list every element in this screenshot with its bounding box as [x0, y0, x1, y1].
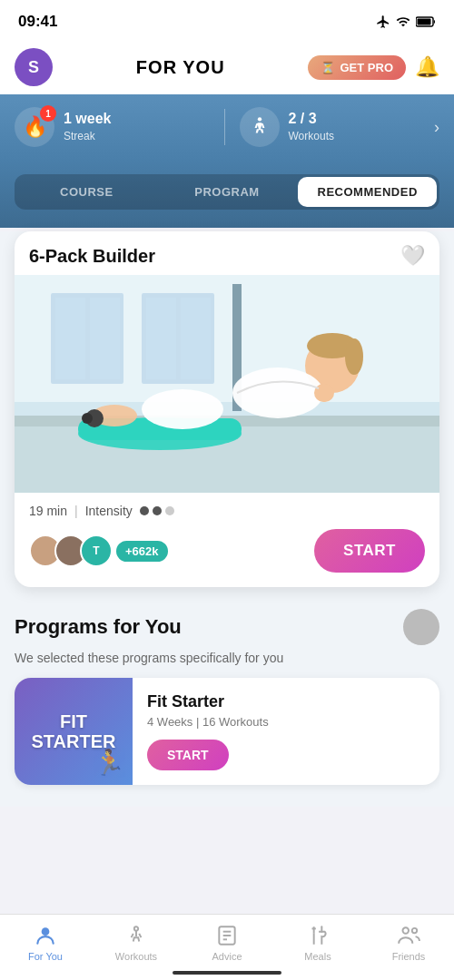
favorite-heart-icon[interactable]: 🤍	[400, 244, 425, 268]
intensity-dot-3	[165, 506, 174, 515]
filter-tabs: COURSE PROGRAM RECOMMENDED	[15, 174, 439, 210]
program-start-button[interactable]: START	[147, 740, 229, 770]
stat-divider	[224, 109, 225, 145]
program-thumb-text: FIT STARTER	[32, 711, 116, 751]
workout-meta: 19 min | Intensity	[15, 493, 439, 525]
home-indicator	[173, 971, 281, 975]
program-name: Fit Starter	[147, 692, 425, 711]
svg-rect-8	[55, 298, 85, 379]
avatar[interactable]: S	[15, 48, 53, 86]
workout-image	[15, 275, 439, 493]
header-title: FOR YOU	[136, 57, 225, 78]
card-header: 6-Pack Builder 🤍	[15, 231, 439, 275]
svg-point-16	[142, 389, 223, 429]
program-thumbnail: FIT STARTER 🏃	[15, 678, 133, 785]
status-time: 09:41	[18, 13, 57, 31]
intensity-dot-1	[140, 506, 149, 515]
header-actions: ⏳ GET PRO 🔔	[308, 55, 439, 80]
participant-count: +662k	[114, 539, 170, 564]
start-workout-button[interactable]: START	[314, 529, 425, 573]
workouts-nav-icon	[124, 924, 148, 947]
nav-item-meals[interactable]: Meals	[272, 924, 363, 962]
meta-divider: |	[74, 504, 78, 518]
friends-nav-icon	[397, 924, 420, 947]
streak-icon-wrap: 🔥 1	[15, 107, 54, 147]
scroll-indicator	[403, 609, 439, 645]
svg-point-2	[257, 117, 261, 121]
svg-point-19	[345, 338, 363, 375]
svg-point-22	[82, 413, 93, 424]
nav-label-for-you: For You	[28, 951, 63, 962]
svg-point-26	[134, 926, 138, 930]
tab-course[interactable]: COURSE	[17, 177, 156, 207]
nav-item-advice[interactable]: Advice	[182, 924, 272, 962]
workout-card: 6-Pack Builder 🤍	[15, 231, 439, 587]
runner-icon	[240, 107, 280, 147]
for-you-nav-icon	[34, 924, 57, 947]
tab-recommended[interactable]: RECOMMENDED	[298, 177, 437, 207]
nav-item-for-you[interactable]: For You	[0, 924, 91, 962]
app-header: S FOR YOU ⏳ GET PRO 🔔	[0, 40, 454, 94]
battery-icon	[416, 16, 436, 27]
airplane-icon	[376, 15, 390, 29]
intensity-label: Intensity	[85, 504, 133, 518]
nav-item-workouts[interactable]: Workouts	[91, 924, 182, 962]
svg-point-34	[403, 927, 410, 934]
duration-text: 19 min	[29, 504, 67, 518]
programs-subtitle: We selected these programs specifically …	[15, 651, 439, 665]
workout-title: 6-Pack Builder	[29, 246, 155, 267]
svg-point-35	[412, 928, 417, 933]
wifi-icon	[396, 15, 410, 29]
chevron-right-icon: ›	[434, 118, 439, 137]
streak-text: 1 week Streak	[64, 111, 111, 143]
tabs-container: COURSE PROGRAM RECOMMENDED	[0, 160, 454, 228]
main-content: 6-Pack Builder 🤍	[0, 231, 454, 807]
workouts-stat: 2 / 3 Workouts	[240, 107, 435, 147]
nav-label-workouts: Workouts	[115, 951, 157, 962]
svg-point-25	[42, 927, 50, 936]
streak-badge: 1	[40, 105, 56, 122]
programs-header: Programs for You	[15, 609, 439, 645]
card-footer: T +662k START	[15, 525, 439, 587]
status-icons	[376, 15, 436, 29]
nav-item-friends[interactable]: Friends	[363, 924, 454, 962]
bell-icon[interactable]: 🔔	[415, 55, 439, 79]
meals-nav-icon	[306, 924, 330, 947]
workout-illustration	[15, 275, 439, 493]
program-card: FIT STARTER 🏃 Fit Starter 4 Weeks | 16 W…	[15, 678, 439, 785]
participant-avatar-3: T	[80, 534, 113, 567]
status-bar: 09:41	[0, 0, 454, 40]
svg-rect-11	[146, 298, 176, 379]
intensity-dot-2	[153, 506, 162, 515]
svg-rect-12	[181, 298, 211, 379]
intensity-dots	[140, 506, 174, 515]
svg-rect-24	[314, 384, 334, 402]
svg-point-23	[232, 368, 323, 418]
programs-title: Programs for You	[15, 615, 182, 639]
nav-label-friends: Friends	[392, 951, 426, 962]
svg-rect-1	[418, 19, 431, 25]
program-info: Fit Starter 4 Weeks | 16 Workouts START	[133, 678, 439, 785]
participants-row: T +662k	[29, 534, 170, 567]
tab-program[interactable]: PROGRAM	[158, 177, 297, 207]
program-figure-icon: 🏃	[94, 748, 125, 778]
svg-rect-9	[90, 298, 120, 379]
program-details: 4 Weeks | 16 Workouts	[147, 715, 425, 729]
programs-section: Programs for You We selected these progr…	[15, 609, 439, 792]
workouts-text: 2 / 3 Workouts	[289, 111, 334, 143]
streak-stat: 🔥 1 1 week Streak	[15, 107, 210, 147]
advice-nav-icon	[215, 924, 239, 947]
nav-label-meals: Meals	[304, 951, 331, 962]
hourglass-icon: ⏳	[321, 61, 335, 74]
stats-bar: 🔥 1 1 week Streak 2 / 3 Workouts ›	[0, 94, 454, 160]
get-pro-button[interactable]: ⏳ GET PRO	[308, 55, 406, 80]
nav-label-advice: Advice	[212, 951, 242, 962]
